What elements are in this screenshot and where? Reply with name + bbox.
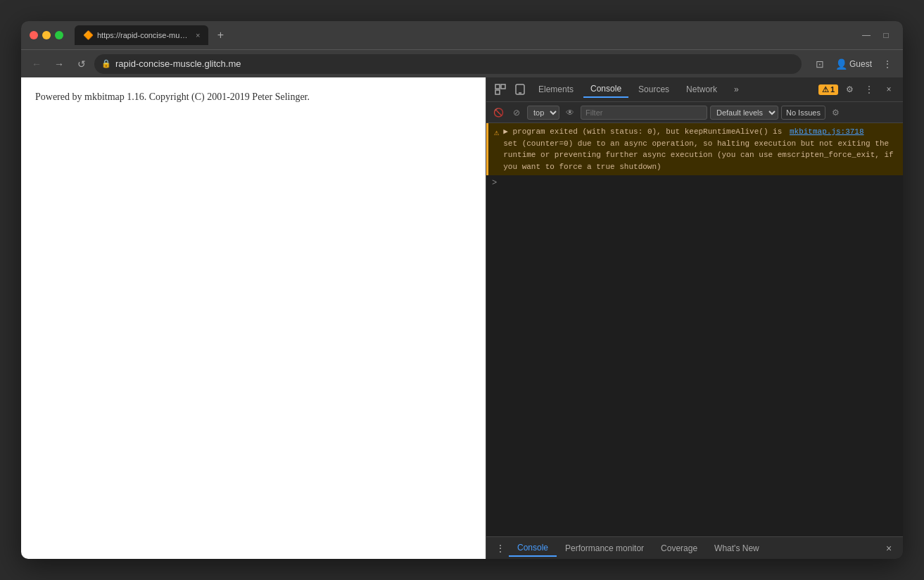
warning-prefix: ▶ program exited (with status: 0), but k…: [503, 127, 782, 136]
warning-badge[interactable]: ⚠ 1: [818, 84, 838, 95]
bottom-bar-close-button[interactable]: ×: [880, 540, 897, 557]
nav-right: ⊡ 👤 Guest ⋮: [810, 54, 897, 74]
warning-link[interactable]: mkbitmap.js:3718: [790, 127, 864, 136]
svg-rect-2: [495, 90, 500, 94]
console-context-select[interactable]: top: [527, 106, 559, 120]
window-minimize-icon[interactable]: —: [858, 27, 875, 44]
devtools-tab-elements[interactable]: Elements: [531, 82, 581, 97]
browser-window: 🔶 https://rapid-concise-muscle.g… × + — …: [21, 21, 903, 559]
devtools-more-icon[interactable]: ⋮: [861, 81, 878, 98]
bottom-tab-coverage[interactable]: Coverage: [652, 541, 706, 556]
title-bar-actions: — □: [858, 27, 894, 44]
devtools-settings-icon[interactable]: ⚙: [841, 81, 858, 98]
lock-icon: 🔒: [101, 59, 111, 68]
console-block-button[interactable]: ⊘: [509, 105, 524, 120]
console-settings-button[interactable]: ⚙: [828, 105, 844, 120]
webpage-text: Powered by mkbitmap 1.16. Copyright (C) …: [35, 92, 472, 103]
devtools-close-icon[interactable]: ×: [880, 81, 897, 98]
webpage-area: Powered by mkbitmap 1.16. Copyright (C) …: [21, 77, 486, 559]
console-output: ⚠ ▶ program exited (with status: 0), but…: [486, 123, 903, 536]
nav-bar: ← → ↺ 🔒 rapid-concise-muscle.glitch.me ⊡…: [21, 49, 903, 77]
refresh-button[interactable]: ↺: [72, 54, 91, 74]
bottom-tab-whats-new[interactable]: What's New: [706, 541, 768, 556]
console-warning-message: ⚠ ▶ program exited (with status: 0), but…: [486, 123, 903, 175]
console-filter-input[interactable]: [581, 106, 707, 120]
main-content: Powered by mkbitmap 1.16. Copyright (C) …: [21, 77, 903, 559]
profile-icon: 👤: [835, 58, 847, 70]
address-bar[interactable]: 🔒 rapid-concise-muscle.glitch.me: [94, 54, 802, 74]
warning-icon: ⚠: [494, 127, 499, 172]
traffic-lights: [30, 31, 63, 39]
prompt-symbol: >: [492, 178, 497, 188]
bottom-bar-menu-button[interactable]: ⋮: [492, 540, 509, 557]
devtools-tab-sources[interactable]: Sources: [631, 82, 676, 97]
back-button[interactable]: ←: [27, 54, 46, 74]
console-eye-button[interactable]: 👁: [562, 105, 578, 120]
title-bar: 🔶 https://rapid-concise-muscle.g… × + — …: [21, 21, 903, 49]
bottom-tab-performance-monitor[interactable]: Performance monitor: [557, 541, 652, 556]
address-text: rapid-concise-muscle.glitch.me: [115, 58, 795, 69]
console-levels-select[interactable]: Default levels: [710, 106, 778, 120]
console-clear-button[interactable]: 🚫: [491, 105, 506, 120]
tab-close-button[interactable]: ×: [196, 31, 200, 39]
close-button[interactable]: [30, 31, 38, 39]
warning-count: 1: [830, 85, 835, 94]
browser-tab[interactable]: 🔶 https://rapid-concise-muscle.g… ×: [75, 25, 208, 45]
svg-rect-1: [501, 84, 505, 89]
tab-favicon: 🔶: [83, 30, 93, 40]
window-maximize-icon[interactable]: □: [878, 27, 894, 44]
devtools-device-icon[interactable]: [512, 81, 529, 98]
devtools-bottom-bar: ⋮ Console Performance monitor Coverage W…: [486, 536, 903, 559]
new-tab-button[interactable]: +: [211, 26, 229, 44]
warning-triangle-icon: ⚠: [822, 85, 829, 94]
devtools-tab-console[interactable]: Console: [583, 81, 628, 98]
devtools-toolbar-right: ⚠ 1 ⚙ ⋮ ×: [818, 81, 897, 98]
forward-button[interactable]: →: [49, 54, 69, 74]
svg-rect-0: [495, 84, 500, 89]
devtools-more-tabs[interactable]: »: [727, 82, 746, 97]
tab-bar: 🔶 https://rapid-concise-muscle.g… × +: [75, 25, 852, 45]
no-issues-badge: No Issues: [781, 106, 825, 120]
browser-menu-button[interactable]: ⋮: [878, 54, 897, 74]
warning-text: ▶ program exited (with status: 0), but k…: [503, 126, 897, 172]
minimize-button[interactable]: [42, 31, 51, 39]
devtools-inspect-icon[interactable]: [492, 81, 509, 98]
console-prompt-line[interactable]: >: [486, 175, 903, 191]
console-toolbar: 🚫 ⊘ top 👁 Default levels No Issues ⚙: [486, 102, 903, 123]
profile-name: Guest: [849, 59, 872, 69]
warning-continuation: set (counter=0) due to an async operatio…: [503, 139, 894, 171]
devtools-panel: Elements Console Sources Network » ⚠ 1 ⚙…: [486, 77, 903, 559]
bottom-tab-console[interactable]: Console: [509, 540, 557, 557]
tab-title: https://rapid-concise-muscle.g…: [97, 31, 189, 39]
extensions-button[interactable]: ⊡: [810, 54, 830, 74]
maximize-button[interactable]: [55, 31, 63, 39]
devtools-tab-network[interactable]: Network: [679, 82, 724, 97]
profile-button[interactable]: 👤 Guest: [831, 54, 876, 74]
devtools-toolbar: Elements Console Sources Network » ⚠ 1 ⚙…: [486, 77, 903, 102]
